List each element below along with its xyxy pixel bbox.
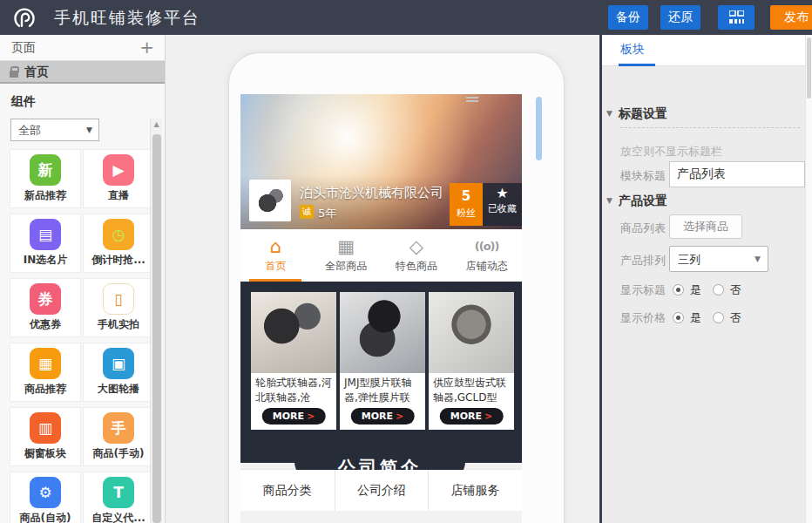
component-business-card[interactable]: ▤ IN选名片: [10, 214, 80, 272]
panel-tab-bar: 板块: [602, 35, 805, 66]
title-hint: 放空则不显示标题栏: [620, 144, 722, 160]
product-title: 供应鼓型齿式联轴器,GCLD型: [429, 375, 514, 406]
scrollbar-thumb[interactable]: [807, 37, 811, 98]
pages-label: 页面: [11, 40, 36, 56]
topbar: 手机旺铺装修平台 备份 还原 发布: [0, 0, 812, 35]
product-settings-header[interactable]: ▼产品设置: [606, 194, 667, 209]
image-icon: ▣: [103, 348, 134, 379]
show-price-no-radio[interactable]: [713, 312, 724, 323]
nav-store-services[interactable]: 店铺服务: [428, 470, 522, 511]
title-settings-header[interactable]: ▼标题设置: [606, 106, 667, 122]
qr-code-icon: [729, 10, 744, 25]
module-drag-handle-icon[interactable]: [466, 97, 478, 102]
component-coupon[interactable]: 券 优惠券: [10, 279, 80, 336]
more-label: MORE: [362, 411, 393, 422]
phone-preview-scrollbar[interactable]: [536, 97, 542, 160]
no-label: 否: [730, 282, 741, 298]
tab-featured-products[interactable]: ◇ 特色商品: [382, 229, 452, 282]
store-tab-bar: ⌂ 首页 ▦ 全部商品 ◇ 特色商品 ((o)) 店铺动态: [240, 229, 522, 282]
product-card[interactable]: JMJ型膜片联轴器,弹性膜片联 MORE>: [340, 292, 425, 430]
sidebar-scrollbar[interactable]: ▲: [150, 119, 162, 523]
component-label: 商品(手动): [84, 446, 153, 461]
restore-button[interactable]: 还原: [660, 5, 700, 30]
collapse-triangle-icon: ▼: [606, 109, 612, 118]
gear-icon: ⚙: [30, 477, 61, 508]
trust-badge-icon: 诚: [300, 205, 314, 219]
home-page-label: 首页: [24, 65, 49, 80]
more-label: MORE: [273, 411, 304, 422]
arrow-right-icon: >: [307, 411, 315, 422]
no-label: 否: [730, 310, 741, 326]
pages-header: 页面 +: [0, 35, 165, 61]
add-page-button[interactable]: +: [139, 37, 154, 58]
yes-label: 是: [690, 310, 701, 326]
tab-store-updates[interactable]: ((o)) 店铺动态: [451, 229, 522, 282]
chevron-down-icon: ▼: [86, 126, 92, 134]
component-phone-photos[interactable]: ▯ 手机实拍: [84, 279, 153, 336]
component-product-recommend[interactable]: ▦ 商品推荐: [10, 343, 80, 401]
component-image-carousel[interactable]: ▣ 大图轮播: [84, 343, 153, 401]
show-title-yes-radio[interactable]: [673, 284, 684, 295]
arrange-label: 产品排列: [620, 253, 666, 268]
component-label: 自定义代...: [84, 511, 153, 523]
arrange-select[interactable]: 三列 ▼: [669, 246, 768, 272]
module-title-input[interactable]: [669, 161, 805, 187]
component-products-manual[interactable]: 手 商品(手动): [84, 408, 153, 465]
store-years: 5年: [318, 206, 336, 221]
more-button[interactable]: MORE>: [440, 408, 504, 425]
product-card[interactable]: 供应鼓型齿式联轴器,GCLD型 MORE>: [429, 292, 514, 430]
select-products-button[interactable]: 选择商品: [669, 214, 742, 239]
app-root: 手机旺铺装修平台 备份 还原 发布 页面 + 首页 组件 全部 ▼: [0, 0, 812, 523]
product-image: [340, 292, 425, 373]
lock-icon: [10, 71, 18, 78]
nav-company-intro[interactable]: 公司介绍: [335, 470, 429, 511]
more-button[interactable]: MORE>: [262, 408, 326, 425]
preview-canvas: 泊头市沧兴机械有限公司 诚 5年 5 粉丝 ★ 已收藏 ⌂ 首页: [166, 35, 599, 523]
fans-label: 粉丝: [450, 207, 483, 220]
phone-camera-icon: ▯: [103, 283, 134, 315]
live-stream-icon: ▶: [103, 154, 134, 186]
product-list-module[interactable]: 轮胎式联轴器,河北联轴器,沧 MORE> JMJ型膜片联轴器,弹性膜片联 MOR…: [240, 282, 522, 463]
arrow-right-icon: >: [396, 411, 403, 422]
phone-mockup: 泊头市沧兴机械有限公司 诚 5年 5 粉丝 ★ 已收藏 ⌂ 首页: [228, 52, 565, 523]
panels-icon: ▥: [30, 412, 61, 444]
qr-code-button[interactable]: [718, 5, 754, 30]
component-label: 手机实拍: [84, 317, 153, 332]
component-filter-select[interactable]: 全部 ▼: [10, 119, 99, 141]
tab-label: 首页: [240, 259, 311, 274]
tab-block[interactable]: 板块: [620, 42, 645, 58]
store-name: 泊头市沧兴机械有限公司: [300, 185, 443, 201]
coupon-icon: 券: [30, 283, 61, 315]
component-label: 直播: [84, 188, 153, 203]
favorite-button[interactable]: ★ 已收藏: [483, 183, 522, 226]
sidebar: 页面 + 首页 组件 全部 ▼ 新 新品推荐 ▶ 直播 ▤ IN选名片: [0, 35, 166, 523]
nav-product-categories[interactable]: 商品分类: [240, 470, 335, 511]
arrange-value: 三列: [678, 252, 700, 268]
new-products-icon: 新: [30, 154, 61, 186]
product-image: [251, 292, 336, 373]
collapse-triangle-icon: ▼: [606, 196, 612, 205]
publish-button[interactable]: 发布: [770, 5, 812, 30]
component-label: 倒计时抢...: [84, 253, 153, 268]
component-custom-code[interactable]: T 自定义代...: [84, 472, 153, 523]
fans-button[interactable]: 5 粉丝: [450, 183, 483, 226]
component-products-auto[interactable]: ⚙ 商品(自动): [10, 472, 80, 523]
broadcast-icon: ((o)): [451, 235, 522, 258]
tab-all-products[interactable]: ▦ 全部商品: [311, 229, 382, 282]
scrollbar-thumb[interactable]: [152, 134, 161, 523]
more-button[interactable]: MORE>: [351, 408, 415, 425]
tab-home[interactable]: ⌂ 首页: [240, 229, 311, 282]
component-live-stream[interactable]: ▶ 直播: [84, 150, 153, 207]
component-showcase-panel[interactable]: ▥ 橱窗板块: [10, 408, 80, 465]
component-new-products[interactable]: 新 新品推荐: [10, 150, 80, 207]
sidebar-item-home-page[interactable]: 首页: [0, 61, 165, 84]
product-card[interactable]: 轮胎式联轴器,河北联轴器,沧 MORE>: [251, 292, 336, 430]
panel-scrollbar[interactable]: [805, 35, 812, 523]
grid-icon: ▦: [311, 235, 382, 258]
favorite-label: 已收藏: [483, 202, 522, 215]
show-price-yes-radio[interactable]: [673, 312, 684, 323]
component-countdown-sale[interactable]: ◷ 倒计时抢...: [84, 214, 153, 272]
backup-button[interactable]: 备份: [608, 5, 648, 30]
show-title-no-radio[interactable]: [713, 284, 724, 295]
scroll-up-icon[interactable]: ▲: [151, 120, 162, 128]
